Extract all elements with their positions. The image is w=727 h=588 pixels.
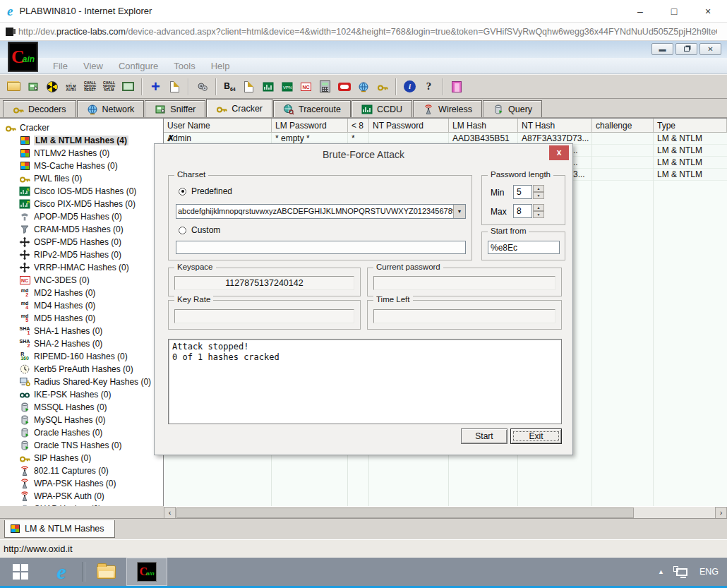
about-icon[interactable]: i: [400, 77, 419, 96]
chevron-down-icon[interactable]: ▼: [453, 205, 465, 218]
start-button[interactable]: Start: [461, 428, 507, 444]
tab-traceroute[interactable]: Traceroute: [273, 100, 351, 117]
tree-root-cracker[interactable]: Cracker: [0, 121, 163, 134]
custom-charset-input[interactable]: [176, 241, 466, 254]
exit-button[interactable]: Exit: [510, 428, 562, 444]
spinner-down-icon[interactable]: ▼: [533, 211, 544, 218]
taskbar-ie-button[interactable]: e: [41, 558, 82, 586]
remote-console-icon[interactable]: [119, 77, 138, 96]
tree-item-apop-md5-hashes-0[interactable]: APOP-MD5 Hashes (0): [0, 210, 163, 223]
browser-minimize-button[interactable]: –: [632, 6, 648, 17]
menu-file[interactable]: File: [45, 61, 76, 71]
menu-configure[interactable]: Configure: [111, 61, 166, 71]
column-header-user-name[interactable]: User Name: [164, 119, 272, 133]
start-from-input[interactable]: %e8Ec: [488, 241, 560, 254]
tree-item-ms-cache-hashes-0[interactable]: MS-Cache Hashes (0): [0, 160, 163, 172]
vpn-decoder-icon[interactable]: VPN: [277, 77, 296, 96]
chall-spoof-reset-icon[interactable]: CHALL SPOOF RESET: [80, 77, 100, 96]
taskbar-cain-button[interactable]: Cain: [126, 558, 167, 586]
tree-item-ripv2-md5-hashes-0[interactable]: RIPv2-MD5 Hashes (0): [0, 248, 163, 261]
tree-item-oracle-tns-hashes-0[interactable]: Oracle TNS Hashes (0): [0, 439, 163, 452]
tab-sniffer[interactable]: Sniffer: [145, 100, 205, 117]
spinner-up-icon[interactable]: ▲: [533, 204, 544, 211]
column-header-type[interactable]: Type: [654, 119, 727, 133]
tree-item-lm-ntlm-hashes-4[interactable]: LM & NTLM Hashes (4): [0, 134, 163, 147]
menu-view[interactable]: View: [76, 61, 111, 71]
browser-urlbar[interactable]: http://dev.practice-labs.com/device-adva…: [0, 23, 727, 41]
ntlm-auth-icon[interactable]: ↓ NTLM AUTH: [61, 77, 80, 96]
tree-item-md5-hashes-0[interactable]: md5MD5 Hashes (0): [0, 312, 163, 325]
add-to-list-icon[interactable]: +: [146, 77, 165, 96]
charset-dropdown[interactable]: abcdefghijklmnopqrstuvwxyzABCDEFGHIJKLMN…: [176, 204, 466, 219]
horizontal-scrollbar[interactable]: ‹ ›: [164, 506, 727, 518]
min-length-stepper[interactable]: 5 ▲▼: [513, 185, 544, 199]
tab-query[interactable]: Query: [483, 100, 542, 117]
scroll-left-arrow-icon[interactable]: ‹: [164, 507, 176, 519]
column-header-lm-hash[interactable]: LM Hash: [449, 119, 518, 133]
tab-ccdu[interactable]: CCDU: [352, 100, 412, 117]
cain-restore-button[interactable]: [675, 43, 697, 55]
chall-spoof-ntlm-icon[interactable]: CHALL SPOOF NTLM: [100, 77, 119, 96]
scrollbar-thumb[interactable]: [176, 508, 634, 518]
tree-item-ospf-md5-hashes-0[interactable]: OSPF-MD5 Hashes (0): [0, 236, 163, 248]
taskbar-explorer-button[interactable]: [85, 558, 126, 586]
tree-item-cram-md5-hashes-0[interactable]: CRAM-MD5 Hashes (0): [0, 223, 163, 236]
language-indicator[interactable]: ENG: [699, 567, 719, 577]
tree-item-sha-2-hashes-0[interactable]: SHA2SHA-2 Hashes (0): [0, 337, 163, 350]
scroll-right-arrow-icon[interactable]: ›: [715, 507, 727, 519]
remove-from-list-icon[interactable]: [165, 77, 184, 96]
tree-item-radius-shared-key-hashes-0[interactable]: Radius Shared-Key Hashes (0): [0, 376, 163, 388]
tree-item-md2-hashes-0[interactable]: md2MD2 Hashes (0): [0, 287, 163, 299]
tree-item-vrrp-hmac-hashes-0[interactable]: VRRP-HMAC Hashes (0): [0, 261, 163, 274]
radio-on-icon[interactable]: [179, 188, 186, 196]
tree-item-wpa-psk-hashes-0[interactable]: WPA-PSK Hashes (0): [0, 477, 163, 490]
column-header-8[interactable]: < 8: [348, 119, 369, 133]
tree-item-wpa-psk-auth-0[interactable]: WPA-PSK Auth (0): [0, 490, 163, 503]
tab-cracker[interactable]: Cracker: [206, 99, 272, 117]
tree-item-cisco-pix-md5-hashes-0[interactable]: PCisco PIX-MD5 Hashes (0): [0, 198, 163, 210]
column-header-challenge[interactable]: challenge: [592, 119, 654, 133]
url-text[interactable]: http://dev.practice-labs.com/device-adva…: [18, 27, 717, 37]
column-header-lm-password[interactable]: LM Password: [272, 119, 348, 133]
tab-lm-ntlm-hashes[interactable]: LM & NTLM Hashes: [4, 520, 115, 538]
calculator-icon[interactable]: [316, 77, 335, 96]
max-length-stepper[interactable]: 8 ▲▼: [513, 204, 544, 218]
tree-item-802-11-captures-0[interactable]: 802.11 Captures (0): [0, 464, 163, 477]
tab-wireless[interactable]: Wireless: [413, 100, 482, 117]
tree-item-oracle-hashes-0[interactable]: Oracle Hashes (0): [0, 426, 163, 439]
open-file-icon[interactable]: [4, 77, 23, 96]
syskey-decoder-icon[interactable]: [354, 77, 373, 96]
spinner-up-icon[interactable]: ▲: [533, 185, 544, 192]
tray-expand-icon[interactable]: ▲: [658, 568, 664, 575]
start-button-windows[interactable]: [0, 558, 41, 586]
cisco-type7-decoder-icon[interactable]: [258, 77, 277, 96]
configure-sniffer-icon[interactable]: [193, 77, 212, 96]
password-decoder-icon[interactable]: [239, 77, 258, 96]
network-tray-icon[interactable]: [676, 568, 687, 576]
help-icon[interactable]: ?: [419, 77, 438, 96]
column-header-nt-password[interactable]: NT Password: [369, 119, 449, 133]
menu-tools[interactable]: Tools: [166, 61, 203, 71]
hash-calculator-icon[interactable]: [373, 77, 392, 96]
tree-item-chap-hashes-0[interactable]: CHAP Hashes (0): [0, 503, 163, 506]
custom-radio[interactable]: Custom: [179, 225, 220, 235]
tree-item-sha-1-hashes-0[interactable]: SHA1SHA-1 Hashes (0): [0, 325, 163, 337]
column-header-nt-hash[interactable]: NT Hash: [518, 119, 592, 133]
cain-minimize-button[interactable]: ▬: [651, 43, 673, 55]
tree-item-mysql-hashes-0[interactable]: MySQL Hashes (0): [0, 414, 163, 426]
tree-item-sip-hashes-0[interactable]: SIP Hashes (0): [0, 452, 163, 464]
dialog-close-button[interactable]: x: [549, 145, 569, 160]
tab-network[interactable]: Network: [77, 100, 145, 117]
tab-decoders[interactable]: Decoders: [3, 100, 76, 117]
browser-maximize-button[interactable]: □: [666, 6, 682, 17]
predefined-radio[interactable]: Predefined: [179, 186, 232, 196]
arp-poison-routing-icon[interactable]: [42, 77, 61, 96]
tree-item-cisco-ios-md5-hashes-0[interactable]: 5Cisco IOS-MD5 Hashes (0): [0, 185, 163, 198]
tree-item-md4-hashes-0[interactable]: md4MD4 Hashes (0): [0, 299, 163, 312]
tree-item-mssql-hashes-0[interactable]: MSSQL Hashes (0): [0, 401, 163, 414]
cain-close-button[interactable]: ✕: [699, 43, 721, 55]
tree-item-ripemd-160-hashes-0[interactable]: R160RIPEMD-160 Hashes (0): [0, 350, 163, 363]
tree-item-kerb5-preauth-hashes-0[interactable]: Kerb5 PreAuth Hashes (0): [0, 363, 163, 376]
menu-help[interactable]: Help: [203, 61, 238, 71]
base64-decoder-icon[interactable]: B64: [220, 77, 239, 96]
